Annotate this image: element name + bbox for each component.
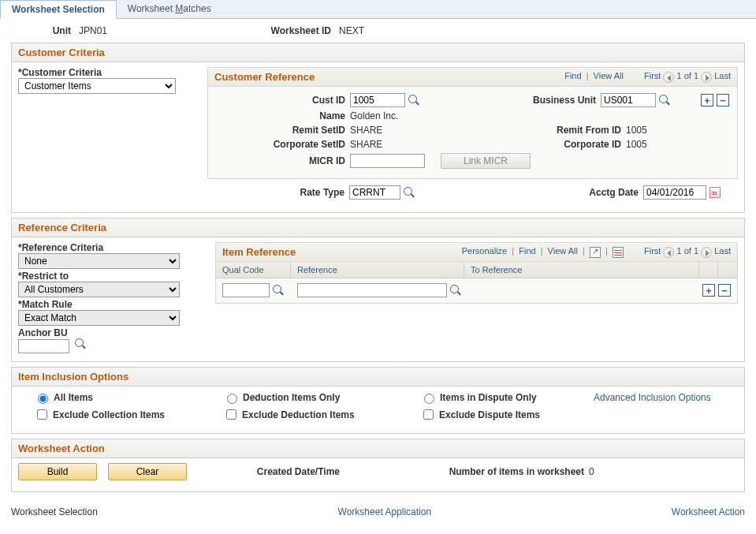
custref-add-icon[interactable]: + [701, 94, 713, 106]
reference-input[interactable] [297, 283, 447, 297]
name-value: Golden Inc. [350, 110, 398, 121]
customer-reference-panel: Customer Reference Find | View All First… [207, 67, 738, 179]
qual-code-lookup-icon[interactable] [273, 285, 284, 296]
itemref-first: First [644, 246, 661, 256]
footer-worksheet-action-link[interactable]: Worksheet Action [672, 506, 745, 517]
itemref-remove-icon[interactable]: − [718, 284, 731, 297]
name-label: Name [216, 110, 350, 121]
ratetype-label: Rate Type [215, 187, 349, 198]
itemref-viewall: View All [548, 246, 578, 256]
acctg-calendar-icon[interactable] [709, 187, 721, 198]
exclude-collection-checkbox[interactable] [37, 409, 47, 420]
deduction-only-label: Deduction Items Only [243, 392, 340, 403]
itemref-count: 1 of 1 [677, 246, 699, 256]
footer-worksheet-application-link[interactable]: Worksheet Application [338, 506, 432, 517]
reference-criteria-label: Reference Criteria [18, 242, 199, 253]
anchor-bu-label: Anchor BU [18, 327, 199, 338]
qual-code-input[interactable] [222, 283, 270, 297]
itemref-last: Last [714, 246, 731, 256]
itemref-next-icon[interactable] [701, 247, 712, 258]
custid-input[interactable] [350, 93, 405, 107]
reference-criteria-select[interactable]: None [18, 253, 180, 269]
item-inclusion-header: Item Inclusion Options [12, 368, 744, 386]
remitfrom-value: 1005 [626, 125, 647, 136]
col-qual-code[interactable]: Qual Code [216, 262, 291, 278]
anchor-bu-input[interactable] [18, 339, 69, 353]
exclude-dispute-label: Exclude Dispute Items [439, 409, 540, 420]
dispute-only-label: Items in Dispute Only [440, 392, 537, 403]
itemref-personalize-link[interactable]: Personalize [462, 246, 507, 256]
tab-worksheet-selection[interactable]: Worksheet Selection [0, 0, 117, 19]
worksheet-id-value: NEXT [337, 25, 364, 36]
worksheet-action-header: Worksheet Action [12, 439, 744, 458]
build-button[interactable]: Build [18, 463, 97, 480]
num-items-value: 0 [589, 466, 594, 477]
itemref-popout-icon[interactable] [590, 247, 601, 258]
customer-criteria-header: Customer Criteria [12, 43, 744, 62]
bu-input[interactable] [601, 93, 656, 107]
acctg-label: Acctg Date [415, 187, 643, 198]
corpid-label: Corporate ID [445, 139, 626, 150]
tab-matches-underline: M [175, 3, 183, 14]
bu-label: Business Unit [419, 95, 601, 106]
item-inclusion-section: Item Inclusion Options All Items Deducti… [11, 367, 745, 434]
bu-lookup-icon[interactable] [659, 95, 670, 106]
custid-lookup-icon[interactable] [408, 95, 419, 106]
restrict-to-select[interactable]: All Customers [18, 282, 180, 297]
custref-last: Last [714, 71, 731, 80]
custref-first: First [644, 71, 661, 80]
item-reference-title: Item Reference [222, 246, 296, 258]
created-date-label: Created Date/Time [187, 466, 344, 477]
itemref-add-icon[interactable]: + [702, 284, 715, 297]
customer-criteria-section: Customer Criteria Customer Criteria Cust… [11, 43, 745, 213]
deduction-only-radio[interactable] [227, 394, 237, 404]
remitset-value: SHARE [350, 125, 445, 136]
col-reference[interactable]: Reference [291, 262, 464, 278]
custref-count: 1 of 1 [677, 71, 699, 80]
acctg-input[interactable] [643, 185, 706, 200]
remitset-label: Remit SetID [216, 125, 350, 136]
link-micr-button: Link MICR [441, 153, 531, 169]
dispute-only-radio[interactable] [424, 394, 434, 404]
reference-criteria-section: Reference Criteria Reference Criteria No… [11, 218, 745, 362]
reference-lookup-icon[interactable] [450, 285, 461, 296]
footer-worksheet-selection: Worksheet Selection [11, 506, 98, 517]
customer-criteria-label: Customer Criteria [18, 67, 199, 78]
unit-label: Unit [11, 25, 77, 36]
clear-button[interactable]: Clear [108, 463, 187, 480]
match-rule-label: Match Rule [18, 299, 199, 310]
all-items-label: All Items [54, 392, 93, 403]
custref-next-icon[interactable] [701, 72, 712, 83]
exclude-dispute-checkbox[interactable] [423, 409, 434, 420]
col-to-reference[interactable]: To Reference [464, 262, 699, 278]
custref-remove-icon[interactable]: − [717, 94, 729, 106]
ratetype-input[interactable] [349, 185, 400, 200]
exclude-deduction-checkbox[interactable] [226, 409, 236, 420]
unit-value: JPN01 [77, 25, 188, 36]
tab-worksheet-matches[interactable]: Worksheet Matches [117, 0, 222, 18]
item-reference-row: + − [216, 278, 737, 303]
worksheet-action-section: Worksheet Action Build Clear Created Dat… [11, 439, 745, 492]
custref-viewall: View All [594, 71, 624, 80]
ratetype-lookup-icon[interactable] [404, 187, 415, 198]
worksheet-id-label: Worksheet ID [188, 25, 337, 36]
reference-criteria-header: Reference Criteria [12, 218, 744, 237]
itemref-sheet-icon[interactable] [613, 247, 624, 258]
customer-criteria-select[interactable]: Customer Items [18, 78, 176, 94]
micr-label: MICR ID [216, 155, 350, 166]
custref-find-link[interactable]: Find [564, 71, 581, 80]
exclude-collection-label: Exclude Collection Items [53, 409, 165, 420]
itemref-find-link[interactable]: Find [519, 246, 535, 256]
micr-input[interactable] [350, 154, 425, 168]
advanced-inclusion-link[interactable]: Advanced Inclusion Options [594, 392, 711, 403]
tab-matches-post: atches [183, 3, 210, 14]
itemref-prev-icon[interactable] [663, 247, 674, 258]
all-items-radio[interactable] [38, 394, 48, 404]
corpid-value: 1005 [626, 139, 647, 150]
num-items-label: Number of items in worksheet [423, 466, 589, 477]
custref-prev-icon[interactable] [663, 72, 674, 83]
anchor-bu-lookup-icon[interactable] [75, 338, 86, 349]
exclude-deduction-label: Exclude Deduction Items [242, 409, 355, 420]
match-rule-select[interactable]: Exact Match [18, 310, 180, 326]
corpset-label: Corporate SetID [216, 139, 350, 150]
